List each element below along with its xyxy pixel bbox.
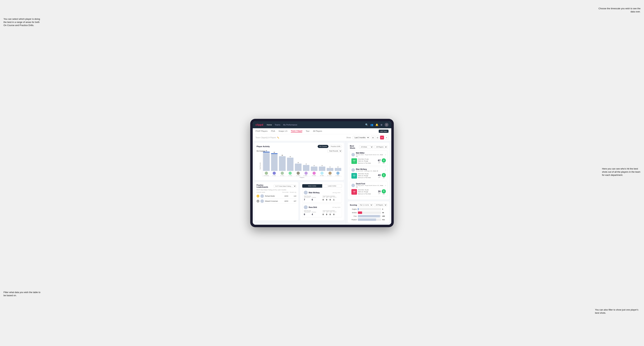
subnav-pgat[interactable]: PGAT Players <box>256 130 268 133</box>
practice-drills-toggle[interactable]: Practice Drills <box>329 145 342 148</box>
bar-player-name: B. McHarg <box>264 175 269 176</box>
activity-practice-group: Total Practice Activities GTT 0 APP 0 AR… <box>323 195 340 201</box>
scoring-title: Scoring <box>350 204 357 206</box>
subnav-pga[interactable]: PGA <box>271 130 275 133</box>
team-header: Team Clippd | 14 Players ✏️ Show: Last 3… <box>253 134 391 141</box>
top-navigation: clippd Home Teams My Performance 🔍 👥 🔔 ⊕… <box>253 121 391 128</box>
edit-icon[interactable]: ✏️ <box>277 137 279 139</box>
bar-value-label: 5 <box>298 162 298 163</box>
chevron-right-icon: › <box>385 184 386 187</box>
annotation-bottom-right: You can also filter to show just one pla… <box>595 308 640 315</box>
putt-label: PUTT <box>334 211 336 213</box>
shot-player-name: David Ford <box>356 183 384 185</box>
activity-player-card: Rees Britt 02 Sep 2023 Total Rounds Tour… <box>302 204 342 217</box>
subnav-hcaps[interactable]: Hcaps 1-5 <box>278 130 287 133</box>
scoring-bar <box>358 215 380 217</box>
subnav-all-players[interactable]: All Players <box>313 130 322 133</box>
scoring-par-dropdown[interactable]: Par 3, 4 & 5s <box>358 203 373 206</box>
chart-metric-dropdown[interactable]: Total Rounds Fairways GIR <box>328 149 342 153</box>
app-label: APP <box>326 211 329 213</box>
nav-home[interactable]: Home <box>267 124 272 126</box>
bar-player-name: E. Ebert <box>296 175 300 176</box>
bar-value-label: 13 <box>266 150 267 151</box>
subnav-tour[interactable]: Tour <box>306 130 310 133</box>
scoring-category-label: Birdies <box>350 212 357 213</box>
shot-distance-unit: yds <box>378 162 380 163</box>
practice-label: Practice <box>312 197 316 198</box>
on-course-toggle[interactable]: On Course <box>318 145 328 148</box>
activity-date: 02 Sep 2023 <box>332 206 340 208</box>
shot-description: Shot Dist: 43 ydsStart Lie: RoughEnd Lie… <box>358 173 377 179</box>
user-avatar[interactable]: U <box>385 123 388 127</box>
players-filter-dropdown[interactable]: All Players <box>374 145 388 149</box>
shot-badge: 198 SG <box>352 189 357 195</box>
bar-avatar <box>320 172 324 175</box>
bar-group: 10 D. Ford <box>279 155 286 176</box>
plus-circle-icon[interactable]: ⊕ <box>380 123 382 126</box>
scoring-bar-wrap <box>358 208 381 210</box>
shot-badge-value: 198 <box>353 191 355 192</box>
shot-player-avatar <box>352 184 355 187</box>
shot-player-avatar <box>352 153 355 156</box>
bar-chart: 13 B. McHarg 12 R. Britt 10 D. Ford 9 J.… <box>262 154 342 176</box>
least-active-tab[interactable]: Least Active <box>322 184 342 188</box>
users-icon[interactable]: 👥 <box>370 123 373 126</box>
bar-avatar <box>296 172 300 175</box>
shot-distance-value: 67 <box>378 159 380 162</box>
shot-card[interactable]: David Ford 24 Aug 2023 · Royal North Dev… <box>350 181 388 196</box>
timescale-dropdown[interactable]: Last 3 months Last 6 months Last year <box>352 136 370 139</box>
bar <box>327 168 334 171</box>
activity-player-header: Rees Britt 02 Sep 2023 <box>304 205 340 209</box>
shot-distance-value: 43 <box>378 174 380 176</box>
scoring-players-dropdown[interactable]: All Players <box>374 203 387 206</box>
player-activity-header: Player Activity On Course Practice Drill… <box>256 145 342 148</box>
view-grid-button[interactable]: ⊞ <box>371 136 375 140</box>
nav-teams[interactable]: Teams <box>275 124 280 126</box>
leaderboard-filter-dropdown[interactable]: PUTT Must Make Putting ... <box>274 185 296 188</box>
subnav-team-clippd[interactable]: Team Clippd <box>291 130 302 133</box>
search-icon[interactable]: 🔍 <box>365 123 368 126</box>
activity-players-list: Blair McHarg 26 Aug 2023 Total Rounds To… <box>302 189 342 217</box>
scoring-category-label: Eagles <box>350 208 357 210</box>
shots-filter-dropdown[interactable]: All Shots Approach Short Game <box>359 145 373 149</box>
practice-activities-label: Total Practice Activities <box>323 195 340 197</box>
shot-card[interactable]: Blair McHarg 23 Jul 2023 · Ashridge GC, … <box>350 167 388 180</box>
app-value: 0 <box>326 199 327 201</box>
scoring-chart: Eagles 3 Birdies 96 Pars 499 Bogeys 411 <box>350 208 388 221</box>
leaderboard-row: 2 Edward Crossman 18/20 107 <box>256 199 296 204</box>
bar-group: 3 M. Miller <box>319 165 326 176</box>
view-list-button[interactable]: ≡ <box>385 136 388 140</box>
practice-label: Practice <box>312 211 316 213</box>
app-label: APP <box>326 197 329 198</box>
shot-card[interactable]: Matt Miller 09 Jun 2023 · Royal North De… <box>350 151 388 166</box>
gtt-value: 0 <box>323 199 324 201</box>
practice-value: 6 <box>312 198 313 201</box>
shot-metric-distance: 67 yds <box>378 159 380 163</box>
bar-group: 2 L. Robertson <box>335 166 342 176</box>
shot-player-name: Blair McHarg <box>356 168 384 170</box>
activity-date: 26 Aug 2023 <box>332 192 340 193</box>
shot-stats-row: 200 SG Shot Dist: 43 ydsStart Lie: Rough… <box>352 173 386 179</box>
view-heart-button[interactable]: ♥ <box>380 136 384 140</box>
nav-my-performance[interactable]: My Performance <box>283 124 297 126</box>
view-grid2-button[interactable]: ⊟ <box>376 136 380 140</box>
scoring-category-label: Pars <box>350 215 357 217</box>
leaderboard-player-name: Richard Butler <box>265 195 280 197</box>
most-active-tab[interactable]: Most Active <box>302 184 322 188</box>
shot-description: Shot Dist: 67 ydsStart Lie: RoughEnd Lie… <box>358 158 377 164</box>
shot-score-unit: yds <box>382 177 386 178</box>
arg-value: 0 <box>330 199 331 201</box>
activity-stats-grid: Total Rounds Tournament 8 Practice 4 Tot… <box>304 210 340 216</box>
bar-avatar <box>312 172 316 175</box>
shot-stats-row: 200 SG Shot Dist: 67 ydsStart Lie: Rough… <box>352 158 386 164</box>
add-team-button[interactable]: Add Team <box>379 130 388 133</box>
leaderboard-pb-score: 18/20 <box>281 200 288 202</box>
leaderboard-pb-score: 19/20 <box>281 195 288 197</box>
scoring-bar-wrap <box>358 218 381 221</box>
shot-metric-distance: 16 yds <box>378 190 380 194</box>
best-shots-header: Best Shots All Shots Approach Short Game… <box>350 145 388 149</box>
activity-toggle: Most Active Least Active <box>302 184 342 188</box>
rounds-values: Tournament 7 Practice 6 <box>304 197 322 201</box>
bell-icon[interactable]: 🔔 <box>376 123 378 126</box>
bar-avatar <box>336 172 340 175</box>
